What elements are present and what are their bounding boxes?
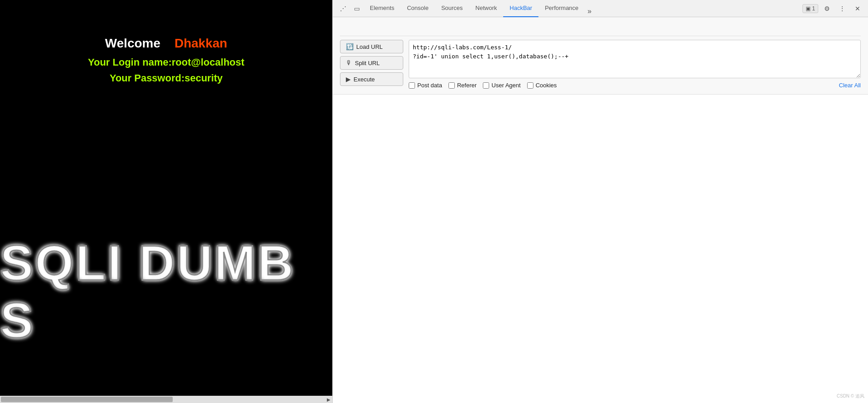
devtools-panel: ⋰ ▭ Elements Console Sources Network Hac… (332, 0, 868, 403)
tab-sources[interactable]: Sources (435, 0, 469, 17)
more-tabs-btn[interactable]: » (585, 5, 594, 17)
execute-button[interactable]: ▶ Execute (340, 72, 403, 86)
password-info: Your Password:security (88, 70, 244, 86)
settings-btn[interactable]: ⚙ (820, 2, 834, 15)
load-url-label: Load URL (356, 43, 383, 50)
referer-option[interactable]: Referer (448, 82, 476, 89)
tab-console[interactable]: Console (401, 0, 435, 17)
logo-area: SQLI DUMB S (0, 234, 332, 349)
badge-count: 1 (812, 5, 815, 12)
split-url-button[interactable]: 🎙 Split URL (340, 56, 403, 70)
hackbar-url-area: Post data Referer User Agent Coo (409, 40, 861, 89)
cookies-checkbox[interactable] (527, 82, 533, 89)
execute-label: Execute (354, 76, 375, 83)
referer-checkbox[interactable] (448, 82, 455, 89)
mobile-icon-btn[interactable]: ▭ (350, 2, 363, 15)
hackbar-top-bar (340, 23, 861, 36)
csdn-watermark: CSDN © 追风 (837, 393, 864, 399)
referer-label: Referer (457, 82, 476, 89)
hackbar-url-input[interactable] (409, 40, 861, 78)
user-agent-option[interactable]: User Agent (483, 82, 520, 89)
welcome-text: Welcome (105, 36, 160, 50)
welcome-heading: Welcome Dhakkan (105, 36, 227, 51)
login-name: Your Login name:root@localhost (88, 54, 244, 70)
user-agent-checkbox[interactable] (483, 82, 489, 89)
devtools-badge: ▣ 1 (802, 4, 818, 13)
post-data-label: Post data (417, 82, 442, 89)
tab-network[interactable]: Network (469, 0, 504, 17)
user-name: Dhakkan (175, 36, 227, 50)
devtools-topbar: ⋰ ▭ Elements Console Sources Network Hac… (333, 0, 868, 17)
cursor-icon-btn[interactable]: ⋰ (336, 2, 350, 15)
menu-btn[interactable]: ⋮ (835, 2, 849, 15)
badge-icon: ▣ (806, 5, 811, 12)
devtools-main-content: CSDN © 追风 (333, 95, 868, 403)
scroll-right-arrow[interactable]: ▶ (327, 397, 330, 402)
webpage-content: Welcome Dhakkan Your Login name:root@loc… (0, 0, 332, 403)
cookies-label: Cookies (536, 82, 557, 89)
post-data-option[interactable]: Post data (409, 82, 442, 89)
login-info: Your Login name:root@localhost Your Pass… (88, 54, 244, 86)
settings-icon: ⚙ (824, 5, 830, 12)
menu-icon: ⋮ (839, 5, 845, 12)
scrollbar-thumb[interactable] (1, 397, 173, 402)
close-btn[interactable]: ✕ (851, 2, 864, 15)
load-url-button[interactable]: 🔃 Load URL (340, 40, 403, 53)
load-url-icon: 🔃 (346, 43, 354, 50)
tab-elements[interactable]: Elements (363, 0, 401, 17)
user-agent-label: User Agent (491, 82, 520, 89)
devtools-tabs: Elements Console Sources Network HackBar… (363, 0, 594, 17)
mobile-icon: ▭ (354, 5, 360, 12)
hackbar-buttons: 🔃 Load URL 🎙 Split URL ▶ Execute (340, 40, 403, 86)
clear-all-button[interactable]: Clear All (839, 82, 861, 89)
post-data-checkbox[interactable] (409, 82, 415, 89)
cookies-option[interactable]: Cookies (527, 82, 557, 89)
devtools-topbar-right: ▣ 1 ⚙ ⋮ ✕ (802, 2, 864, 15)
logo-text: SQLI DUMB S (0, 234, 332, 349)
close-icon: ✕ (855, 5, 860, 12)
tab-performance[interactable]: Performance (538, 0, 585, 17)
webpage-scrollbar[interactable]: ▶ (0, 396, 332, 403)
split-url-label: Split URL (355, 60, 380, 66)
cursor-icon: ⋰ (340, 5, 346, 12)
hackbar-options: Post data Referer User Agent Coo (409, 82, 861, 89)
hackbar-area: 🔃 Load URL 🎙 Split URL ▶ Execute (333, 17, 868, 95)
split-url-icon: 🎙 (346, 59, 352, 66)
hackbar-main: 🔃 Load URL 🎙 Split URL ▶ Execute (340, 40, 861, 89)
execute-icon: ▶ (346, 76, 351, 83)
tab-hackbar[interactable]: HackBar (503, 0, 538, 17)
